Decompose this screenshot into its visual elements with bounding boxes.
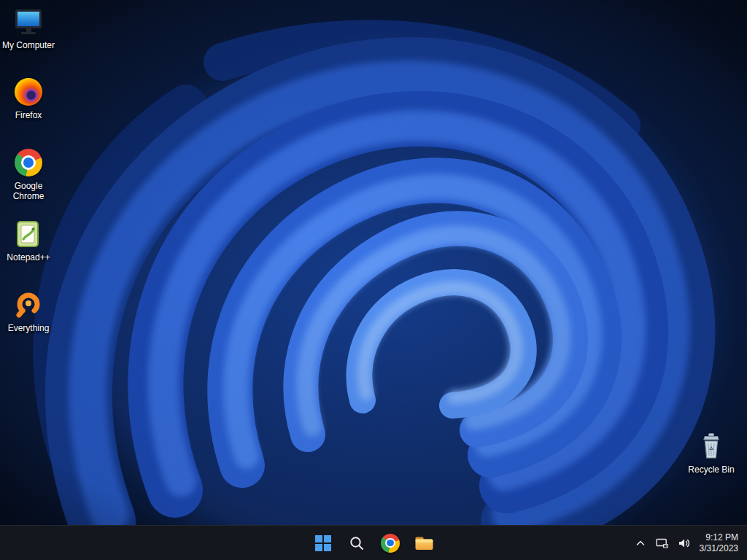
chrome-icon — [14, 148, 43, 177]
desktop-icon-everything[interactable]: Everything — [1, 290, 56, 333]
file-explorer-button[interactable] — [409, 529, 438, 558]
desktop-icon-label: Everything — [8, 323, 50, 333]
network-tray-button[interactable] — [656, 526, 669, 560]
windows-logo-icon — [314, 534, 332, 552]
volume-icon — [678, 537, 690, 549]
volume-tray-button[interactable] — [678, 526, 691, 560]
desktop: My Computer Firefox Google Chrome Notepa… — [0, 0, 747, 560]
desktop-icon-label: Notepad++ — [7, 252, 50, 262]
start-button[interactable] — [309, 529, 338, 558]
chrome-icon — [381, 534, 400, 553]
desktop-icon-recycle-bin[interactable]: Recycle Bin — [684, 432, 739, 475]
folder-icon — [414, 534, 434, 552]
taskbar-clock[interactable]: 9:12 PM 3/31/2023 — [700, 532, 738, 554]
network-icon — [656, 537, 668, 549]
system-tray: 9:12 PM 3/31/2023 — [634, 526, 747, 560]
everything-icon — [14, 290, 43, 319]
notepadpp-icon — [14, 219, 43, 249]
desktop-icon-my-computer[interactable]: My Computer — [1, 7, 56, 50]
desktop-icon-firefox[interactable]: Firefox — [1, 77, 56, 120]
my-computer-icon — [14, 7, 43, 36]
desktop-icon-label: Firefox — [15, 110, 42, 120]
desktop-icon-google-chrome[interactable]: Google Chrome — [1, 148, 56, 201]
search-button[interactable] — [342, 529, 371, 558]
recycle-bin-icon — [697, 432, 726, 461]
desktop-icon-label: Google Chrome — [1, 181, 55, 201]
search-icon — [349, 535, 365, 551]
desktop-icon-notepadpp[interactable]: Notepad++ — [1, 219, 56, 262]
firefox-icon — [14, 77, 43, 106]
desktop-icon-label: My Computer — [2, 40, 55, 50]
taskbar-center-group — [309, 529, 438, 558]
taskbar: 9:12 PM 3/31/2023 — [0, 525, 747, 560]
bloom-wallpaper-art — [0, 0, 747, 525]
desktop-icon-label: Recycle Bin — [688, 464, 734, 475]
clock-date: 3/31/2023 — [700, 543, 738, 554]
clock-time: 9:12 PM — [700, 532, 738, 543]
wallpaper — [0, 0, 747, 525]
chrome-taskbar-button[interactable] — [376, 529, 405, 558]
hidden-icons-button[interactable] — [634, 526, 647, 560]
chevron-up-icon — [635, 538, 646, 548]
